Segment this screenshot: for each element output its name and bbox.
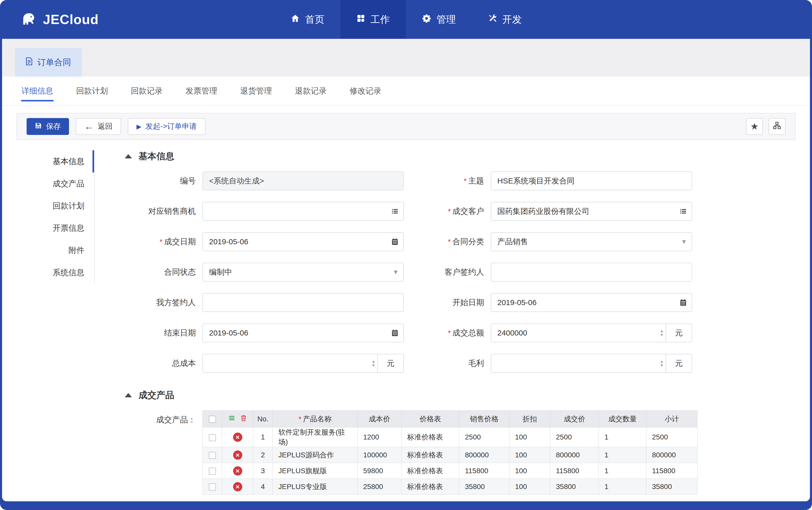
currency-suffix: 元 <box>666 324 692 342</box>
field-label: 我方签约人 <box>156 297 196 308</box>
spinner-down-icon[interactable]: ▾ <box>372 363 375 367</box>
favorite-button[interactable]: ★ <box>746 118 763 135</box>
required-asterisk: * <box>448 207 451 216</box>
nav-item-work[interactable]: 工作 <box>341 0 406 39</box>
calendar-icon[interactable] <box>391 238 399 245</box>
list-picker-icon[interactable] <box>679 208 687 215</box>
customer-input[interactable] <box>491 202 692 221</box>
back-button[interactable]: ← 返回 <box>76 118 121 135</box>
save-floppy-icon <box>35 122 42 131</box>
opportunity-input[interactable] <box>202 202 404 221</box>
anchor-invoice-info[interactable]: 开票信息 <box>2 217 94 239</box>
select-all-checkbox[interactable] <box>209 416 216 423</box>
deal-products-label: 成交产品： <box>118 410 202 495</box>
section-title: 成交产品 <box>139 389 174 401</box>
delete-row-button[interactable]: × <box>233 432 242 442</box>
chevron-down-icon[interactable]: ▼ <box>393 269 399 276</box>
field-subject: *主题 <box>406 172 695 190</box>
field-total-amount: *成交总额 ▴ ▾ 元 <box>406 324 695 342</box>
cell-price-list: 标准价格表 <box>402 479 459 495</box>
back-label: 返回 <box>98 121 112 131</box>
required-asterisk: * <box>298 415 301 423</box>
tab-strip: 订单合同 <box>2 39 810 77</box>
cell-no: 1 <box>253 427 273 447</box>
total-amount-input[interactable] <box>491 324 666 342</box>
cell-cost: 59800 <box>357 463 402 479</box>
number-spinner: ▴ ▾ <box>661 329 663 337</box>
cell-product-name: JEPLUS旗舰版 <box>273 463 357 479</box>
delete-row-button[interactable]: × <box>233 466 242 476</box>
product-row: × 2 JEPLUS源码合作 100000 标准价格表 800000 100 8… <box>203 447 697 463</box>
delete-rows-trash-icon[interactable] <box>240 415 247 422</box>
subtab-payment-record[interactable]: 回款记录 <box>130 79 163 103</box>
field-label: 总成本 <box>172 358 196 369</box>
field-customer: *成交客户 <box>406 202 695 221</box>
anchor-basic-info[interactable]: 基本信息 <box>2 150 94 173</box>
section-header-deal-products[interactable]: 成交产品 <box>125 389 810 401</box>
save-label: 保存 <box>46 121 61 131</box>
calendar-icon[interactable] <box>391 329 399 337</box>
nav-item-label: 开发 <box>502 13 522 26</box>
total-cost-input[interactable] <box>202 354 378 373</box>
delete-row-button[interactable]: × <box>233 482 242 491</box>
col-header-sale-price: 销售价格 <box>459 411 510 427</box>
deal-date-input[interactable] <box>202 232 404 251</box>
brand: JECloud <box>21 10 99 28</box>
field-status: 合同状态 ▼ <box>118 263 406 281</box>
launch-order-request-button[interactable]: ▶ 发起->订单申请 <box>128 118 205 135</box>
row-checkbox[interactable] <box>209 483 216 490</box>
tab-order-contract[interactable]: 订单合同 <box>15 48 82 77</box>
flow-diagram-button[interactable] <box>768 118 785 135</box>
subtab-invoice-manage[interactable]: 发票管理 <box>185 79 218 103</box>
subtab-return-manage[interactable]: 退货管理 <box>240 79 272 103</box>
anchor-attachments[interactable]: 附件 <box>2 239 94 261</box>
category-select[interactable] <box>491 232 692 251</box>
our-signer-input[interactable] <box>202 293 404 312</box>
row-checkbox[interactable] <box>209 452 216 459</box>
cell-discount: 100 <box>510 447 550 463</box>
add-row-list-icon[interactable] <box>228 415 235 422</box>
nav-item-develop[interactable]: 开发 <box>472 0 538 39</box>
chevron-down-icon[interactable]: ▼ <box>681 238 687 245</box>
section-header-basic-info[interactable]: 基本信息 <box>125 150 810 162</box>
anchor-payment-plan[interactable]: 回款计划 <box>2 195 94 217</box>
delete-row-button[interactable]: × <box>233 450 242 460</box>
cell-deal-price: 2500 <box>550 427 599 447</box>
anchor-system-info[interactable]: 系统信息 <box>2 261 94 283</box>
status-select[interactable] <box>202 263 404 281</box>
customer-signer-input[interactable] <box>491 263 692 281</box>
field-start-date: 开始日期 <box>406 293 695 312</box>
required-asterisk: * <box>448 237 451 246</box>
start-date-input[interactable] <box>491 293 692 312</box>
anchor-deal-products[interactable]: 成交产品 <box>2 173 94 195</box>
field-label: 主题 <box>468 176 484 186</box>
cell-subtotal: 115800 <box>646 463 697 479</box>
tools-icon <box>488 13 497 26</box>
subtab-detail-info[interactable]: 详细信息 <box>21 79 54 103</box>
list-picker-icon[interactable] <box>391 208 399 215</box>
row-checkbox[interactable] <box>209 468 216 475</box>
spinner-down-icon[interactable]: ▾ <box>661 333 663 337</box>
nav-item-manage[interactable]: 管理 <box>406 0 472 39</box>
field-label: 成交日期 <box>164 236 196 247</box>
spinner-down-icon[interactable]: ▾ <box>661 363 663 367</box>
subtab-modify-record[interactable]: 修改记录 <box>349 79 382 103</box>
gross-profit-input[interactable] <box>491 354 666 373</box>
save-button[interactable]: 保存 <box>27 118 69 135</box>
field-our-signer: 我方签约人 <box>118 293 406 312</box>
subtab-refund-record[interactable]: 退款记录 <box>294 79 327 103</box>
row-checkbox[interactable] <box>209 434 216 441</box>
calendar-icon[interactable] <box>679 299 687 306</box>
subject-input[interactable] <box>491 172 692 190</box>
cell-subtotal: 800000 <box>646 447 697 463</box>
number-spinner: ▴ ▾ <box>661 359 663 367</box>
cell-sale-price: 115800 <box>459 463 510 479</box>
end-date-input[interactable] <box>202 324 404 342</box>
play-icon: ▶ <box>137 123 141 130</box>
subtab-payment-plan[interactable]: 回款计划 <box>76 79 108 103</box>
field-total-cost: 总成本 ▴ ▾ 元 <box>118 354 406 373</box>
nav-item-home[interactable]: 首页 <box>274 0 341 39</box>
cell-product-name: 软件定制开发服务(驻场) <box>273 427 357 447</box>
product-row: × 1 软件定制开发服务(驻场) 1200 标准价格表 2500 100 250… <box>203 427 697 447</box>
header-checkbox-cell <box>203 411 222 427</box>
